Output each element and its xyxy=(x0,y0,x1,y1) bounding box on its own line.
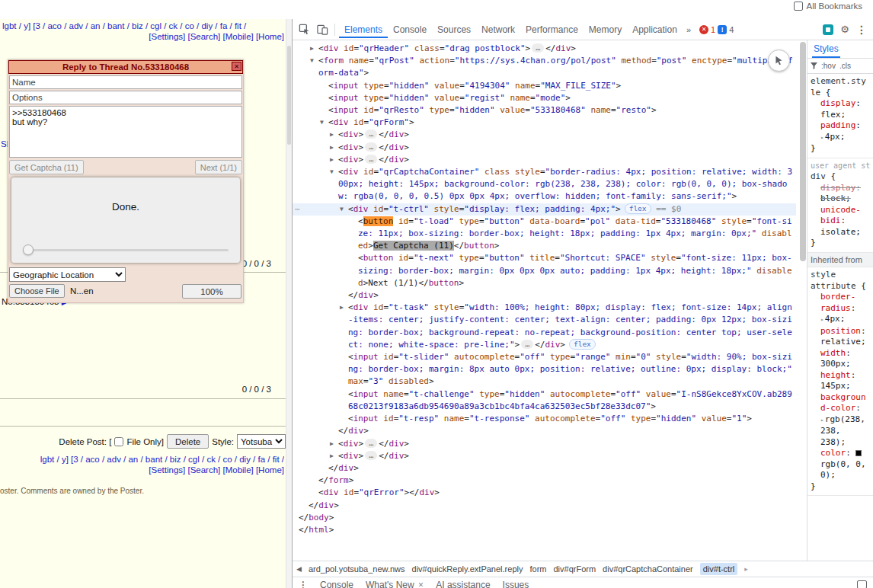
tree-node[interactable]: </div> xyxy=(293,425,796,437)
close-icon[interactable]: ✕ xyxy=(418,581,424,588)
elements-scrollbar[interactable] xyxy=(799,40,807,561)
gear-icon[interactable]: ⚙ xyxy=(840,24,849,35)
quick-reply-panel[interactable]: Reply to Thread No.533180468 ✕ >>5331804… xyxy=(8,59,244,303)
tree-node[interactable]: </div> xyxy=(293,289,796,302)
css-selector[interactable]: element.style xyxy=(811,76,866,97)
tree-node[interactable]: ▶<div id="qrHeader" class="drag postbloc… xyxy=(293,43,796,55)
drawer-tab-what-s-new[interactable]: What's New✕ xyxy=(366,580,424,588)
tree-expand-arrow-icon[interactable]: ▼ xyxy=(320,117,328,129)
breadcrumb-item[interactable]: ard_pol.yotsuba_new.nws xyxy=(309,564,405,574)
color-swatch-icon[interactable] xyxy=(855,450,862,456)
tree-expand-arrow-icon[interactable]: ▶ xyxy=(330,129,338,141)
page-scrollbar[interactable] xyxy=(286,19,292,588)
tree-expand-arrow-icon[interactable]: ▼ xyxy=(310,55,318,67)
expand-shorthand-icon[interactable]: ▸ xyxy=(820,417,824,423)
tree-node[interactable]: <input id="t-resp" name="t-response" aut… xyxy=(293,413,796,425)
tree-node[interactable]: <input type="hidden" value="regist" name… xyxy=(293,92,796,104)
tree-node[interactable]: <button id="t-load" type="button" data-b… xyxy=(293,216,796,253)
quick-reply-header[interactable]: Reply to Thread No.533180468 ✕ xyxy=(8,60,243,74)
breadcrumb-item[interactable]: div#qrForm xyxy=(553,564,596,574)
upload-percent-button[interactable]: 100% xyxy=(182,284,241,299)
file-only-checkbox[interactable] xyxy=(114,437,123,446)
tree-node[interactable]: ▶<div>…</div> xyxy=(293,450,796,462)
css-property[interactable]: border-radius: ▸4px; xyxy=(811,292,871,326)
devtools-tab-console[interactable]: Console xyxy=(388,21,432,38)
css-property[interactable]: width: 300px; xyxy=(811,348,871,370)
breadcrumb-item[interactable]: div#t-ctrl xyxy=(700,563,738,575)
css-rule[interactable]: element.style {display: flex;padding: ▸4… xyxy=(807,74,873,158)
kebab-menu-icon[interactable]: ⋮ xyxy=(856,24,867,36)
tree-node[interactable]: </div> xyxy=(293,500,796,512)
inspect-element-icon[interactable] xyxy=(296,22,312,37)
drawer-tab-ai-assistance[interactable]: AI assistance xyxy=(436,580,490,588)
breadcrumb-item[interactable]: form xyxy=(529,564,546,574)
more-tabs-icon[interactable]: » xyxy=(684,25,693,34)
tree-node[interactable]: ▼<div id="qrForm"> xyxy=(293,117,796,129)
captcha-slider[interactable] xyxy=(23,244,229,255)
location-select[interactable]: Geographic Location xyxy=(9,267,126,282)
css-rule[interactable]: user agent stylesheetdiv {display: block… xyxy=(807,158,873,253)
drawer-tab-issues[interactable]: Issues xyxy=(503,580,529,588)
choose-file-button[interactable]: Choose File xyxy=(9,284,65,298)
tree-expand-arrow-icon[interactable]: ▶ xyxy=(340,302,348,314)
tree-expand-arrow-icon[interactable]: ▼ xyxy=(330,166,338,178)
breadcrumb-scroll-right-icon[interactable]: ▸ xyxy=(744,565,748,573)
console-status-badges[interactable]: ✕ 1 ! 4 xyxy=(699,25,734,34)
css-selector[interactable]: div xyxy=(811,171,826,181)
tree-expand-arrow-icon[interactable]: ▶ xyxy=(330,438,338,450)
extension-icon[interactable] xyxy=(823,24,833,35)
tree-node[interactable]: </div> xyxy=(293,462,796,475)
devtools-tab-application[interactable]: Application xyxy=(627,21,683,38)
tree-node[interactable]: ▶<div>…</div> xyxy=(293,438,796,450)
slider-thumb-icon[interactable] xyxy=(23,244,34,255)
next-captcha-button[interactable]: Next (1/1) xyxy=(195,160,242,174)
css-property[interactable]: position: relative; xyxy=(811,326,871,348)
page-scrollbar-thumb[interactable] xyxy=(287,46,291,145)
expand-shorthand-icon[interactable]: ▸ xyxy=(820,316,824,323)
get-captcha-button[interactable]: Get Captcha (11) xyxy=(9,160,84,174)
tree-expand-arrow-icon[interactable]: ▶ xyxy=(330,450,338,462)
tree-node[interactable]: </body> xyxy=(293,512,796,524)
drawer-tab-console[interactable]: Console xyxy=(320,580,353,588)
expand-shorthand-icon[interactable]: ▸ xyxy=(820,134,824,141)
comment-textarea[interactable]: >>533180468 but why? xyxy=(9,106,242,158)
tree-node[interactable]: </html> xyxy=(293,524,796,536)
devtools-tab-performance[interactable]: Performance xyxy=(520,21,584,38)
devtools-tab-elements[interactable]: Elements xyxy=(339,21,388,38)
inspect-cursor-icon[interactable] xyxy=(768,50,790,72)
tree-node[interactable]: ▶<div>…</div> xyxy=(293,154,796,166)
css-selector[interactable]: style attribute xyxy=(811,270,856,291)
tree-node[interactable]: ▶<div>…</div> xyxy=(293,129,796,141)
filter-icon[interactable] xyxy=(811,62,817,69)
close-icon[interactable]: ✕ xyxy=(232,62,241,71)
css-property[interactable]: height: 145px; xyxy=(811,370,871,392)
css-property[interactable]: display: flex; xyxy=(811,98,871,120)
tree-node[interactable]: ▶<div>…</div> xyxy=(293,142,796,154)
css-property[interactable]: display: block; xyxy=(811,183,871,205)
tree-node[interactable]: </form> xyxy=(293,475,796,487)
options-input[interactable] xyxy=(9,91,242,104)
css-rule[interactable]: style attribute {border-radius: ▸4px;pos… xyxy=(807,267,873,496)
tree-node[interactable]: ▼<form name="qrPost" action="https://sys… xyxy=(293,55,796,79)
tree-expand-arrow-icon[interactable]: ▶ xyxy=(310,43,318,55)
nav-links-bottom[interactable]: [Settings] [Search] [Mobile] [Home] xyxy=(149,465,284,475)
delete-button[interactable]: Delete xyxy=(167,434,209,449)
tree-node[interactable]: ▶<div id="t-task" style="width: 100%; he… xyxy=(293,302,796,351)
tree-expand-arrow-icon[interactable]: ▶ xyxy=(330,154,338,166)
elements-scrollbar-thumb[interactable] xyxy=(800,42,806,261)
devtools-tab-sources[interactable]: Sources xyxy=(432,21,476,38)
toggle-hover-state[interactable]: :hov xyxy=(821,62,836,70)
tree-node[interactable]: <input type="hidden" value="4194304" nam… xyxy=(293,80,796,92)
css-property[interactable]: padding: ▸4px; xyxy=(811,120,871,143)
tree-node[interactable]: ⋯▼<div id="t-ctrl" style="display: flex;… xyxy=(293,203,796,216)
breadcrumb-item[interactable]: div#qrCaptchaContainer xyxy=(603,564,693,574)
drawer-dock-icon[interactable] xyxy=(857,580,867,588)
name-input[interactable] xyxy=(9,75,242,89)
tree-node[interactable]: ▼<div id="qrCaptchaContainer" class styl… xyxy=(293,166,796,203)
nav-links-top[interactable]: [Settings] [Search] [Mobile] [Home] xyxy=(149,32,284,41)
devtools-tab-network[interactable]: Network xyxy=(476,21,520,38)
tab-styles[interactable]: Styles xyxy=(812,42,840,58)
toggle-class[interactable]: .cls xyxy=(839,62,851,70)
breadcrumb-item[interactable]: div#quickReply.extPanel.reply xyxy=(412,564,523,574)
tree-node[interactable]: <input id="t-slider" autocomplete="off" … xyxy=(293,351,796,388)
